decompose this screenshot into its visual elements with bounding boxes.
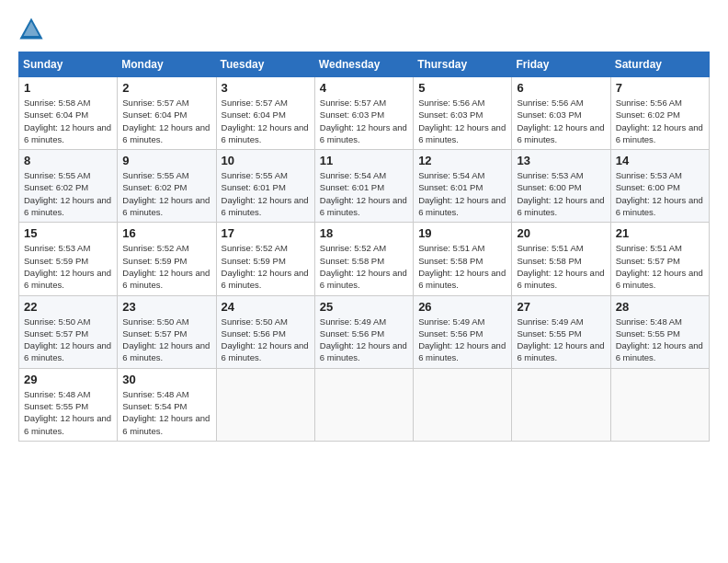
day-info: Sunrise: 5:57 AMSunset: 6:03 PMDaylight:… (320, 98, 407, 144)
day-cell: 29 Sunrise: 5:48 AMSunset: 5:55 PMDaylig… (19, 368, 118, 441)
day-info: Sunrise: 5:52 AMSunset: 5:59 PMDaylight:… (222, 243, 309, 290)
week-row-4: 22 Sunrise: 5:50 AMSunset: 5:57 PMDaylig… (19, 295, 710, 368)
header-wednesday: Wednesday (314, 52, 413, 77)
day-info: Sunrise: 5:53 AMSunset: 5:59 PMDaylight:… (24, 243, 111, 290)
day-info: Sunrise: 5:55 AMSunset: 6:02 PMDaylight:… (122, 170, 210, 217)
day-cell: 8 Sunrise: 5:55 AMSunset: 6:02 PMDayligh… (19, 150, 118, 223)
day-number: 29 (24, 373, 112, 386)
day-info: Sunrise: 5:51 AMSunset: 5:58 PMDaylight:… (517, 243, 604, 290)
day-cell: 16 Sunrise: 5:52 AMSunset: 5:59 PMDaylig… (118, 223, 216, 295)
day-number: 30 (122, 373, 210, 386)
day-number: 27 (517, 300, 605, 314)
day-info: Sunrise: 5:48 AMSunset: 5:55 PMDaylight:… (616, 316, 703, 363)
day-info: Sunrise: 5:50 AMSunset: 5:57 PMDaylight:… (24, 316, 111, 363)
day-cell: 12 Sunrise: 5:54 AMSunset: 6:01 PMDaylig… (414, 150, 512, 223)
day-number: 19 (418, 226, 506, 240)
day-info: Sunrise: 5:56 AMSunset: 6:02 PMDaylight:… (616, 98, 703, 144)
day-number: 1 (24, 81, 112, 95)
day-cell: 15 Sunrise: 5:53 AMSunset: 5:59 PMDaylig… (19, 223, 118, 295)
day-info: Sunrise: 5:52 AMSunset: 5:58 PMDaylight:… (320, 243, 407, 290)
day-cell (512, 368, 610, 441)
day-cell (216, 368, 314, 441)
calendar-table: SundayMondayTuesdayWednesdayThursdayFrid… (18, 52, 710, 442)
day-info: Sunrise: 5:58 AMSunset: 6:04 PMDaylight:… (24, 98, 111, 144)
day-cell: 26 Sunrise: 5:49 AMSunset: 5:56 PMDaylig… (414, 295, 512, 368)
day-number: 10 (222, 154, 310, 167)
day-cell: 13 Sunrise: 5:53 AMSunset: 6:00 PMDaylig… (512, 150, 610, 223)
header (18, 17, 710, 42)
calendar-header-row: SundayMondayTuesdayWednesdayThursdayFrid… (19, 52, 710, 77)
week-row-3: 15 Sunrise: 5:53 AMSunset: 5:59 PMDaylig… (19, 223, 710, 295)
day-info: Sunrise: 5:53 AMSunset: 6:00 PMDaylight:… (517, 170, 604, 217)
header-sunday: Sunday (19, 52, 118, 77)
day-number: 28 (616, 300, 704, 314)
day-cell: 5 Sunrise: 5:56 AMSunset: 6:03 PMDayligh… (414, 77, 512, 150)
day-number: 2 (122, 81, 210, 95)
day-cell: 20 Sunrise: 5:51 AMSunset: 5:58 PMDaylig… (512, 223, 610, 295)
day-cell: 27 Sunrise: 5:49 AMSunset: 5:55 PMDaylig… (512, 295, 610, 368)
day-cell (314, 368, 413, 441)
day-cell: 25 Sunrise: 5:49 AMSunset: 5:56 PMDaylig… (314, 295, 413, 368)
day-cell: 1 Sunrise: 5:58 AMSunset: 6:04 PMDayligh… (19, 77, 118, 150)
day-cell: 22 Sunrise: 5:50 AMSunset: 5:57 PMDaylig… (19, 295, 118, 368)
day-info: Sunrise: 5:54 AMSunset: 6:01 PMDaylight:… (418, 170, 506, 217)
day-cell: 4 Sunrise: 5:57 AMSunset: 6:03 PMDayligh… (314, 77, 413, 150)
day-number: 14 (616, 154, 704, 167)
day-number: 3 (222, 81, 310, 95)
week-row-2: 8 Sunrise: 5:55 AMSunset: 6:02 PMDayligh… (19, 150, 710, 223)
day-info: Sunrise: 5:57 AMSunset: 6:04 PMDaylight:… (222, 98, 309, 144)
day-cell: 28 Sunrise: 5:48 AMSunset: 5:55 PMDaylig… (610, 295, 709, 368)
day-cell: 21 Sunrise: 5:51 AMSunset: 5:57 PMDaylig… (610, 223, 709, 295)
day-info: Sunrise: 5:54 AMSunset: 6:01 PMDaylight:… (320, 170, 407, 217)
logo (18, 17, 48, 42)
day-number: 9 (122, 154, 210, 167)
day-cell: 2 Sunrise: 5:57 AMSunset: 6:04 PMDayligh… (118, 77, 216, 150)
day-cell: 30 Sunrise: 5:48 AMSunset: 5:54 PMDaylig… (118, 368, 216, 441)
header-saturday: Saturday (610, 52, 709, 77)
day-number: 20 (517, 226, 605, 240)
day-info: Sunrise: 5:49 AMSunset: 5:56 PMDaylight:… (418, 316, 506, 363)
day-cell: 7 Sunrise: 5:56 AMSunset: 6:02 PMDayligh… (610, 77, 709, 150)
day-number: 25 (320, 300, 408, 314)
day-cell: 14 Sunrise: 5:53 AMSunset: 6:00 PMDaylig… (610, 150, 709, 223)
header-friday: Friday (512, 52, 610, 77)
day-info: Sunrise: 5:57 AMSunset: 6:04 PMDaylight:… (122, 98, 210, 144)
day-info: Sunrise: 5:56 AMSunset: 6:03 PMDaylight:… (517, 98, 604, 144)
day-number: 5 (418, 81, 506, 95)
day-number: 7 (616, 81, 704, 95)
day-info: Sunrise: 5:50 AMSunset: 5:56 PMDaylight:… (222, 316, 309, 363)
logo-icon (18, 17, 44, 42)
day-info: Sunrise: 5:49 AMSunset: 5:56 PMDaylight:… (320, 316, 407, 363)
day-info: Sunrise: 5:48 AMSunset: 5:54 PMDaylight:… (122, 389, 210, 436)
day-info: Sunrise: 5:48 AMSunset: 5:55 PMDaylight:… (24, 389, 111, 436)
header-tuesday: Tuesday (216, 52, 314, 77)
week-row-1: 1 Sunrise: 5:58 AMSunset: 6:04 PMDayligh… (19, 77, 710, 150)
day-info: Sunrise: 5:56 AMSunset: 6:03 PMDaylight:… (418, 98, 506, 144)
day-cell: 3 Sunrise: 5:57 AMSunset: 6:04 PMDayligh… (216, 77, 314, 150)
day-info: Sunrise: 5:51 AMSunset: 5:57 PMDaylight:… (616, 243, 703, 290)
day-number: 4 (320, 81, 408, 95)
day-cell: 6 Sunrise: 5:56 AMSunset: 6:03 PMDayligh… (512, 77, 610, 150)
week-row-5: 29 Sunrise: 5:48 AMSunset: 5:55 PMDaylig… (19, 368, 710, 441)
day-cell: 23 Sunrise: 5:50 AMSunset: 5:57 PMDaylig… (118, 295, 216, 368)
day-info: Sunrise: 5:50 AMSunset: 5:57 PMDaylight:… (122, 316, 210, 363)
calendar-page: SundayMondayTuesdayWednesdayThursdayFrid… (0, 0, 728, 563)
day-number: 24 (222, 300, 310, 314)
day-cell: 11 Sunrise: 5:54 AMSunset: 6:01 PMDaylig… (314, 150, 413, 223)
day-cell: 10 Sunrise: 5:55 AMSunset: 6:01 PMDaylig… (216, 150, 314, 223)
day-cell: 18 Sunrise: 5:52 AMSunset: 5:58 PMDaylig… (314, 223, 413, 295)
calendar-body: 1 Sunrise: 5:58 AMSunset: 6:04 PMDayligh… (19, 77, 710, 442)
day-info: Sunrise: 5:55 AMSunset: 6:01 PMDaylight:… (222, 170, 309, 217)
day-info: Sunrise: 5:55 AMSunset: 6:02 PMDaylight:… (24, 170, 111, 217)
day-cell: 9 Sunrise: 5:55 AMSunset: 6:02 PMDayligh… (118, 150, 216, 223)
day-info: Sunrise: 5:49 AMSunset: 5:55 PMDaylight:… (517, 316, 604, 363)
day-cell (414, 368, 512, 441)
header-thursday: Thursday (414, 52, 512, 77)
day-cell: 17 Sunrise: 5:52 AMSunset: 5:59 PMDaylig… (216, 223, 314, 295)
day-number: 22 (24, 300, 112, 314)
day-number: 26 (418, 300, 506, 314)
day-number: 16 (122, 226, 210, 240)
day-number: 11 (320, 154, 408, 167)
day-number: 21 (616, 226, 704, 240)
day-info: Sunrise: 5:51 AMSunset: 5:58 PMDaylight:… (418, 243, 506, 290)
